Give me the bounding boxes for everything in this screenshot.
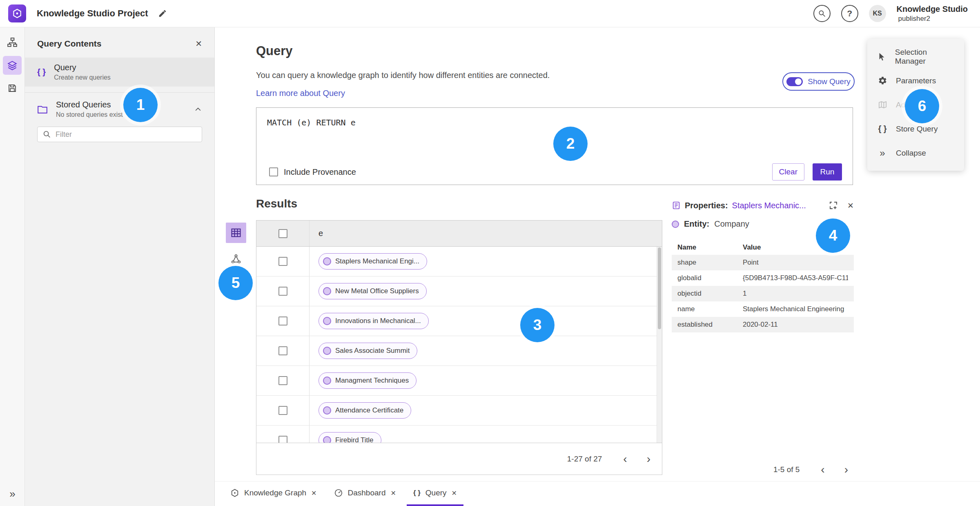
entity-type-dot-icon bbox=[672, 221, 679, 228]
property-value: Staplers Mechanical Engineering bbox=[743, 305, 848, 313]
tab-close-icon[interactable]: ✕ bbox=[311, 489, 316, 497]
filter-input[interactable] bbox=[37, 127, 202, 142]
table-view-button[interactable] bbox=[226, 223, 246, 243]
table-row[interactable]: Sales Associate Summit bbox=[256, 336, 657, 366]
table-row[interactable]: Innovations in Mechanical... bbox=[256, 306, 657, 336]
property-name: shape bbox=[677, 259, 743, 267]
stored-queries-header[interactable]: Stored Queries No stored queries exist bbox=[25, 93, 214, 124]
page-title: Query bbox=[256, 44, 293, 58]
search-button[interactable] bbox=[813, 5, 831, 22]
entity-dot-icon bbox=[323, 317, 331, 325]
menu-item-selection-manager[interactable]: Selection Manager bbox=[867, 45, 964, 69]
entity-chip[interactable]: Sales Associate Summit bbox=[318, 343, 417, 359]
stored-queries-description: No stored queries exist bbox=[56, 111, 123, 118]
entity-chip[interactable]: Innovations in Mechanical... bbox=[318, 313, 429, 329]
row-checkbox[interactable] bbox=[278, 406, 287, 415]
results-table: e Staplers Mechanical Engi... bbox=[256, 220, 662, 475]
entity-chip-label: New Metal Office Suppliers bbox=[335, 287, 419, 295]
tab-dashboard[interactable]: Dashboard ✕ bbox=[327, 481, 403, 506]
column-header-e: e bbox=[310, 229, 323, 238]
property-name: objectid bbox=[677, 290, 743, 298]
entity-dot-icon bbox=[323, 436, 331, 443]
avatar[interactable]: KS bbox=[869, 5, 886, 22]
results-pagination-label: 1-27 of 27 bbox=[567, 455, 602, 464]
entity-chip[interactable]: Staplers Mechanical Engi... bbox=[318, 253, 427, 270]
link-chart-icon bbox=[231, 254, 241, 264]
left-rail: » bbox=[0, 27, 25, 506]
menu-item-collapse[interactable]: » Collapse bbox=[867, 141, 964, 165]
row-checkbox[interactable] bbox=[278, 287, 287, 296]
property-row: shape Point bbox=[672, 255, 854, 270]
run-button[interactable]: Run bbox=[813, 163, 842, 181]
learn-more-link[interactable]: Learn more about Query bbox=[256, 89, 345, 98]
tab-knowledge-graph[interactable]: Knowledge Graph ✕ bbox=[224, 481, 323, 506]
search-icon bbox=[818, 9, 826, 18]
query-contents-panel: Query Contents ✕ { } Query Create new qu… bbox=[25, 27, 215, 506]
property-value: {5D9B4713-F98D-4A53-A59F-C11... bbox=[743, 274, 848, 282]
entity-chip[interactable]: Managment Techniques bbox=[318, 372, 416, 389]
chevron-up-icon[interactable] bbox=[194, 105, 202, 114]
tab-close-icon[interactable]: ✕ bbox=[390, 489, 396, 497]
rail-save-button[interactable] bbox=[3, 79, 22, 98]
select-all-checkbox[interactable] bbox=[278, 229, 287, 238]
results-scrollbar[interactable] bbox=[657, 247, 662, 443]
entity-dot-icon bbox=[323, 347, 331, 355]
next-page-icon[interactable]: › bbox=[844, 464, 848, 475]
row-checkbox[interactable] bbox=[278, 376, 287, 385]
entity-chip[interactable]: New Metal Office Suppliers bbox=[318, 283, 427, 299]
expand-rail-button[interactable]: » bbox=[0, 488, 25, 500]
table-row[interactable]: Attendance Certificate bbox=[256, 396, 657, 426]
braces-icon: { } bbox=[37, 67, 46, 77]
include-provenance-checkbox[interactable] bbox=[269, 167, 278, 176]
property-row: objectid 1 bbox=[672, 286, 854, 301]
save-icon bbox=[7, 83, 17, 93]
entity-chip[interactable]: Attendance Certificate bbox=[318, 402, 411, 419]
properties-entity-link[interactable]: Staplers Mechanic... bbox=[732, 201, 806, 210]
properties-close-icon[interactable]: ✕ bbox=[847, 201, 854, 210]
table-row[interactable]: Firebird Title bbox=[256, 426, 657, 443]
row-checkbox[interactable] bbox=[278, 436, 287, 443]
properties-icon bbox=[672, 201, 681, 210]
tab-query[interactable]: { } Query ✕ bbox=[407, 481, 463, 506]
row-checkbox[interactable] bbox=[278, 346, 287, 355]
edit-title-icon[interactable] bbox=[158, 9, 167, 18]
entity-chip[interactable]: Firebird Title bbox=[318, 432, 381, 443]
app-header: Knowledge Studio Project ? KS Knowledge … bbox=[0, 0, 980, 27]
row-checkbox[interactable] bbox=[278, 257, 287, 266]
scrollbar-thumb[interactable] bbox=[658, 247, 661, 329]
entity-chip-label: Staplers Mechanical Engi... bbox=[335, 257, 419, 265]
clear-button[interactable]: Clear bbox=[772, 163, 804, 181]
prev-page-icon[interactable]: ‹ bbox=[821, 464, 824, 475]
panel-title: Query Contents bbox=[37, 39, 102, 49]
add-to-selection-icon[interactable] bbox=[829, 201, 838, 210]
next-page-icon[interactable]: › bbox=[647, 453, 650, 465]
query-code-input[interactable]: MATCH (e) RETURN e bbox=[256, 108, 853, 137]
entity-dot-icon bbox=[323, 406, 331, 415]
rail-contents-button[interactable] bbox=[3, 56, 22, 75]
annotation-badge-6: 6 bbox=[905, 89, 939, 123]
annotation-badge-1: 1 bbox=[123, 88, 158, 122]
tab-close-icon[interactable]: ✕ bbox=[452, 489, 457, 497]
help-button[interactable]: ? bbox=[841, 5, 858, 22]
sidebar-item-query[interactable]: { } Query Create new queries bbox=[25, 58, 214, 87]
table-row[interactable]: Staplers Mechanical Engi... bbox=[256, 247, 657, 276]
results-pagination: 1-27 of 27 ‹ › bbox=[256, 443, 662, 475]
prev-page-icon[interactable]: ‹ bbox=[623, 453, 627, 465]
property-row: established 2020-02-11 bbox=[672, 317, 854, 332]
row-checkbox[interactable] bbox=[278, 317, 287, 325]
results-table-header: e bbox=[256, 221, 662, 247]
table-row[interactable]: New Metal Office Suppliers bbox=[256, 276, 657, 306]
table-row[interactable]: Managment Techniques bbox=[256, 366, 657, 396]
properties-rows: shape Point globalid {5D9B4713-F98D-4A53… bbox=[672, 255, 854, 332]
properties-col-name: Name bbox=[677, 243, 743, 252]
app-logo[interactable] bbox=[8, 4, 26, 22]
include-provenance-label: Include Provenance bbox=[284, 167, 356, 177]
panel-close-icon[interactable]: ✕ bbox=[195, 39, 202, 49]
rail-data-model-button[interactable] bbox=[3, 33, 22, 52]
entity-type-value: Company bbox=[714, 219, 749, 229]
show-query-label: Show Query bbox=[808, 77, 851, 86]
entity-dot-icon bbox=[323, 257, 331, 265]
entity-chip-label: Managment Techniques bbox=[335, 377, 409, 385]
show-query-toggle[interactable]: Show Query bbox=[782, 72, 855, 91]
menu-item-parameters[interactable]: Parameters bbox=[867, 69, 964, 93]
